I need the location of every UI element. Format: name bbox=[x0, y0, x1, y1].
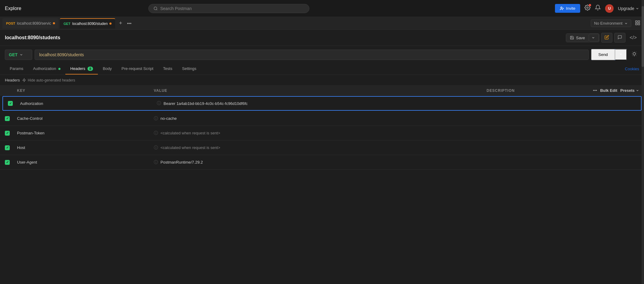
row-key-cache-control: Cache-Control bbox=[17, 116, 154, 121]
send-button[interactable]: Send bbox=[591, 49, 615, 60]
tab-pre-request[interactable]: Pre-request Script bbox=[117, 63, 158, 74]
tabs-more-button[interactable]: ••• bbox=[126, 21, 133, 26]
bulk-edit-button[interactable]: Bulk Edit bbox=[600, 88, 617, 93]
checkbox-cache-control[interactable] bbox=[5, 116, 10, 121]
bell-icon-wrap[interactable] bbox=[595, 5, 601, 12]
more-options-icon[interactable]: ••• bbox=[593, 88, 597, 93]
presets-chevron-icon bbox=[636, 89, 639, 92]
host-info-icon[interactable]: ⓘ bbox=[154, 145, 158, 151]
row-check-host[interactable] bbox=[5, 145, 17, 150]
user-agent-info-icon[interactable]: ⓘ bbox=[154, 160, 158, 165]
tab-pre-request-label: Pre-request Script bbox=[122, 66, 153, 71]
env-dropdown[interactable]: No Environment bbox=[591, 19, 631, 27]
row-value-user-agent: ⓘ PostmanRuntime/7.29.2 bbox=[154, 160, 533, 165]
invite-button[interactable]: Invite bbox=[555, 4, 580, 13]
table-row: Postman-Token ⓘ <calculated when request… bbox=[0, 126, 644, 140]
cache-control-info-icon[interactable]: ⓘ bbox=[154, 116, 158, 121]
send-caret-button[interactable] bbox=[615, 49, 627, 60]
tab-tests[interactable]: Tests bbox=[158, 63, 177, 74]
scrollbar-track[interactable] bbox=[642, 0, 644, 284]
tab-params[interactable]: Params bbox=[5, 63, 28, 74]
tab-settings[interactable]: Settings bbox=[177, 63, 201, 74]
tab-tests-label: Tests bbox=[163, 66, 172, 71]
cookies-link[interactable]: Cookies bbox=[625, 64, 639, 74]
topbar: Explore Search Postman Invite U bbox=[0, 0, 644, 17]
checkbox-postman-token[interactable] bbox=[5, 131, 10, 136]
row-key-authorization: Authorization bbox=[20, 101, 157, 106]
save-caret-button[interactable] bbox=[589, 34, 599, 42]
upgrade-button[interactable]: Upgrade bbox=[618, 6, 639, 11]
svg-line-1 bbox=[157, 9, 157, 10]
tab-headers[interactable]: Headers 8 bbox=[65, 63, 98, 74]
user-agent-key-text: User-Agent bbox=[17, 160, 37, 165]
bell-icon bbox=[595, 5, 601, 11]
flash-icon bbox=[22, 78, 26, 82]
postman-token-info-icon[interactable]: ⓘ bbox=[154, 130, 158, 136]
scrollbar-thumb[interactable] bbox=[642, 6, 644, 67]
save-button[interactable]: Save bbox=[566, 34, 589, 42]
svg-marker-11 bbox=[23, 78, 26, 82]
new-tab-button[interactable]: + bbox=[116, 20, 125, 26]
table-row: Host ⓘ <calculated when request is sent> bbox=[0, 140, 644, 155]
tab-body[interactable]: Body bbox=[98, 63, 117, 74]
postman-token-key-text: Postman-Token bbox=[17, 131, 44, 135]
row-value-authorization: ⓘ Bearer 1a4ab1bd-bb19-4c0c-b54c-fc96d10… bbox=[157, 101, 530, 106]
url-input[interactable] bbox=[35, 50, 589, 60]
explore-label: Explore bbox=[5, 6, 21, 11]
postman-token-value-text: <calculated when request is sent> bbox=[160, 131, 220, 135]
row-value-host: ⓘ <calculated when request is sent> bbox=[154, 145, 533, 151]
host-key-text: Host bbox=[17, 145, 25, 150]
tab-get[interactable]: GET localhost:8090/studen bbox=[60, 18, 115, 29]
row-key-host: Host bbox=[17, 145, 154, 150]
invite-icon bbox=[560, 6, 564, 11]
cache-control-value-text: no-cache bbox=[160, 116, 177, 121]
user-avatar[interactable]: U bbox=[605, 4, 614, 13]
svg-rect-9 bbox=[635, 23, 637, 25]
chevron-down-icon bbox=[635, 7, 639, 10]
svg-point-5 bbox=[587, 7, 588, 9]
tab-get-method: GET bbox=[64, 22, 71, 26]
row-check-cache-control[interactable] bbox=[5, 116, 17, 121]
code-button[interactable]: </> bbox=[627, 34, 639, 42]
tab-get-dot bbox=[109, 23, 112, 25]
method-chevron-icon bbox=[19, 53, 23, 57]
tab-post-dot bbox=[53, 22, 55, 24]
send-caret-icon bbox=[619, 52, 623, 56]
authorization-info-icon[interactable]: ⓘ bbox=[157, 101, 161, 106]
comment-icon bbox=[618, 35, 622, 40]
checkbox-user-agent[interactable] bbox=[5, 160, 10, 165]
save-label: Save bbox=[576, 36, 585, 40]
settings-notification-dot bbox=[589, 4, 591, 6]
headers-label: Headers bbox=[5, 78, 20, 82]
checkbox-host[interactable] bbox=[5, 145, 10, 150]
tab-params-label: Params bbox=[10, 66, 23, 71]
search-icon bbox=[153, 6, 158, 11]
svg-rect-6 bbox=[635, 21, 637, 22]
user-agent-value-text: PostmanRuntime/7.29.2 bbox=[160, 160, 203, 165]
checkbox-authorization[interactable] bbox=[8, 101, 13, 106]
table-header: KEY VALUE DESCRIPTION ••• Bulk Edit Pres… bbox=[0, 86, 644, 95]
settings-icon-wrap[interactable] bbox=[584, 5, 591, 12]
row-check-user-agent[interactable] bbox=[5, 160, 17, 165]
tabs-nav: Params Authorization Headers 8 Body Pre-… bbox=[0, 63, 644, 75]
search-bar[interactable]: Search Postman bbox=[148, 4, 309, 13]
edit-button[interactable] bbox=[601, 33, 612, 43]
env-panel-icon[interactable] bbox=[634, 19, 642, 28]
presets-button[interactable]: Presets bbox=[620, 88, 639, 93]
url-bar-row: localhost:8090/students Save bbox=[0, 30, 644, 46]
row-check-authorization[interactable] bbox=[8, 101, 20, 106]
lightbulb-icon[interactable] bbox=[629, 49, 639, 60]
request-bar: GET Send bbox=[0, 46, 644, 63]
row-value-cache-control: ⓘ no-cache bbox=[154, 116, 533, 121]
tab-post[interactable]: POST localhost:8080/servic bbox=[2, 18, 59, 29]
tab-authorization[interactable]: Authorization bbox=[28, 63, 66, 74]
presets-label: Presets bbox=[620, 88, 635, 93]
send-button-group: Send bbox=[591, 49, 627, 60]
method-selector[interactable]: GET bbox=[5, 50, 32, 60]
hide-auto-headers-button[interactable]: Hide auto-generated headers bbox=[22, 78, 75, 82]
tab-authorization-label: Authorization bbox=[33, 66, 56, 71]
environment-selector[interactable]: No Environment bbox=[591, 19, 642, 28]
tab-post-url: localhost:8080/servic bbox=[17, 21, 51, 26]
row-check-postman-token[interactable] bbox=[5, 131, 17, 136]
comment-button[interactable] bbox=[614, 33, 625, 43]
